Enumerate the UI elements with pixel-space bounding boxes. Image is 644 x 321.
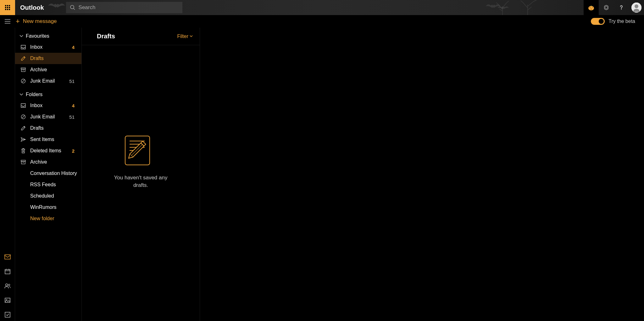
sidebar-item-archive[interactable]: Archive (15, 156, 81, 168)
sidebar-item-drafts[interactable]: Drafts (15, 122, 81, 134)
edit-icon (20, 56, 26, 61)
rail-people-button[interactable] (4, 283, 11, 289)
folder-label: RSS Feeds (30, 182, 56, 188)
svg-point-14 (8, 284, 10, 286)
sidebar-item-rss-feeds[interactable]: RSS Feeds (15, 179, 81, 190)
folder-label: Archive (30, 159, 47, 165)
svg-line-34 (131, 144, 142, 155)
folder-label: Archive (30, 67, 47, 73)
sidebar-item-winrumors[interactable]: WinRumors (15, 202, 81, 213)
beta-label: Try the beta (608, 19, 635, 24)
svg-point-16 (6, 299, 7, 300)
rail-calendar-button[interactable] (4, 268, 11, 275)
search-input[interactable] (79, 4, 179, 11)
folder-count: 2 (72, 148, 75, 154)
people-icon (4, 283, 11, 289)
folder-label: Deleted Items (30, 148, 61, 154)
folder-label: Drafts (30, 56, 44, 61)
bat-decoration-icon (47, 1, 66, 10)
svg-point-2 (588, 6, 594, 10)
tree-decoration-icon (493, 0, 550, 15)
folder-sidebar: Favourites Inbox 4 Drafts Archive Junk E… (15, 28, 82, 321)
folder-label: Junk Email (30, 78, 55, 84)
filter-label: Filter (177, 34, 188, 39)
settings-button[interactable] (599, 0, 614, 15)
empty-text: You haven't saved any drafts. (109, 174, 172, 189)
empty-drafts-icon (122, 133, 160, 166)
whats-new-button[interactable] (584, 0, 599, 15)
sidebar-item-conversation-history[interactable]: Conversation History (15, 168, 81, 179)
filter-button[interactable]: Filter (177, 34, 193, 39)
beta-toggle[interactable] (591, 18, 605, 25)
folder-count: 4 (72, 103, 75, 108)
search-icon (70, 5, 75, 10)
rail-mail-button[interactable] (4, 254, 11, 260)
gear-icon (603, 4, 609, 11)
empty-state: You haven't saved any drafts. (82, 45, 200, 321)
sidebar-item-junk[interactable]: Junk Email 51 (15, 75, 81, 87)
folder-label: Sent Items (30, 137, 54, 142)
new-folder-button[interactable]: New folder (15, 213, 81, 224)
sidebar-item-scheduled[interactable]: Scheduled (15, 190, 81, 202)
list-header: Drafts Filter (82, 28, 200, 45)
svg-point-4 (635, 4, 638, 8)
svg-rect-9 (5, 269, 10, 274)
chevron-down-icon (19, 35, 23, 37)
archive-icon (20, 160, 26, 164)
avatar (631, 3, 641, 13)
plus-icon: + (16, 17, 20, 25)
reading-pane (200, 28, 644, 321)
rail-tasks-button[interactable] (4, 312, 11, 318)
svg-rect-19 (21, 69, 25, 72)
app-rail (0, 28, 15, 321)
folder-label: Drafts (30, 125, 44, 131)
sidebar-item-drafts[interactable]: Drafts (15, 53, 81, 64)
pumpkin-icon (587, 4, 595, 11)
folder-label: Scheduled (30, 193, 54, 199)
svg-line-24 (22, 116, 25, 118)
app-launcher-button[interactable] (0, 0, 15, 15)
svg-point-0 (70, 5, 74, 9)
chevron-down-icon (190, 35, 193, 37)
folders-section-header[interactable]: Folders (15, 89, 81, 100)
svg-line-22 (22, 80, 25, 83)
folder-count: 51 (69, 114, 75, 120)
folder-label: WinRumors (30, 204, 57, 210)
calendar-icon (5, 269, 10, 274)
account-button[interactable] (629, 0, 644, 15)
sidebar-item-archive[interactable]: Archive (15, 64, 81, 75)
inbox-icon (20, 45, 26, 49)
new-message-button[interactable]: + New message (16, 17, 57, 25)
chevron-down-icon (19, 93, 23, 96)
nav-toggle-button[interactable] (3, 16, 13, 26)
trash-icon (20, 148, 26, 153)
svg-rect-26 (21, 161, 25, 164)
folder-label: Inbox (30, 103, 42, 108)
folder-label: Junk Email (30, 114, 55, 120)
help-button[interactable] (614, 0, 629, 15)
inbox-icon (20, 103, 26, 108)
list-title: Drafts (97, 33, 115, 40)
sidebar-item-junk[interactable]: Junk Email 51 (15, 111, 81, 122)
sidebar-item-inbox[interactable]: Inbox 4 (15, 41, 81, 53)
app-title: Outlook (20, 4, 44, 11)
mail-icon (4, 254, 11, 259)
sidebar-item-deleted[interactable]: Deleted Items 2 (15, 145, 81, 156)
svg-rect-8 (5, 255, 10, 259)
app-header: Outlook (0, 0, 644, 15)
favourites-section-header[interactable]: Favourites (15, 31, 81, 41)
folder-count: 4 (72, 45, 75, 50)
tasks-icon (5, 312, 10, 318)
sidebar-item-inbox[interactable]: Inbox 4 (15, 100, 81, 111)
photo-icon (5, 298, 10, 303)
search-box[interactable] (66, 2, 182, 13)
sidebar-item-sent[interactable]: Sent Items (15, 134, 81, 145)
svg-rect-17 (5, 312, 10, 317)
rail-photos-button[interactable] (4, 297, 11, 303)
blocked-icon (20, 114, 26, 119)
message-list-pane: Drafts Filter (82, 28, 200, 321)
hamburger-icon (5, 19, 10, 24)
folder-label: Conversation History (30, 171, 77, 176)
folder-label: Inbox (30, 44, 42, 50)
new-message-label: New message (23, 18, 57, 24)
